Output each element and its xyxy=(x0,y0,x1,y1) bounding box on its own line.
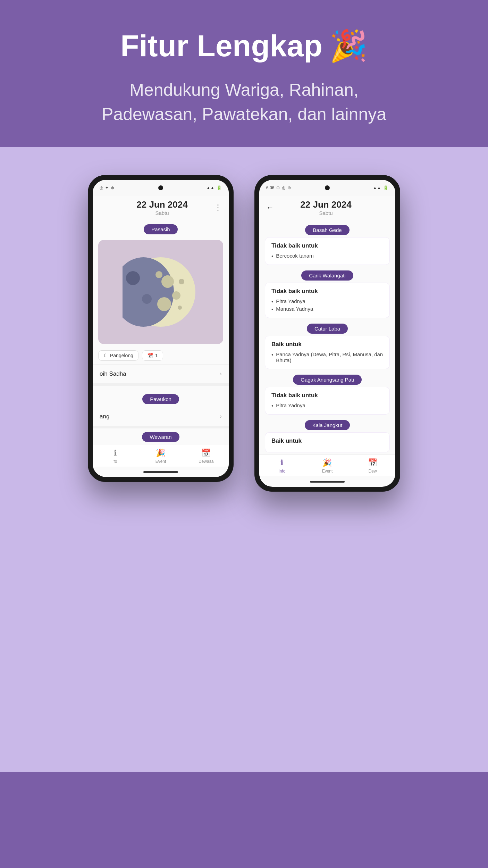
phone2-nav-item-event[interactable]: 🎉 Event xyxy=(317,458,338,474)
kala-jangkut-badge: Kala Jangkut xyxy=(305,420,350,430)
carik-walangati-card: Tidak baik untuk • Pitra Yadnya • Manusa… xyxy=(265,283,390,318)
gagak-anungsang-card-title: Tidak baik untuk xyxy=(271,392,383,399)
phone1-bottom-nav: ℹ fo 🎉 Event 📅 Dewasa xyxy=(93,445,229,467)
phone1-date: 22 Jun 2024 xyxy=(110,199,214,210)
svg-point-5 xyxy=(179,279,184,284)
wewaran-badge: Wewaran xyxy=(142,432,179,442)
phone2-nav-item-dew[interactable]: 📅 Dew xyxy=(362,458,383,474)
nav-event-label: Event xyxy=(155,459,166,464)
phone2-bottom-nav: ℹ Info 🎉 Event 📅 Dew xyxy=(259,454,395,476)
phone2-info-icon: ℹ xyxy=(280,458,283,467)
list-item-ang[interactable]: ang › xyxy=(93,407,229,426)
basah-gede-item-1: • Bercocok tanam xyxy=(271,252,383,260)
hero-title: Fitur Lengkap 🎉 xyxy=(14,28,474,64)
carik-walangati-item-2: • Manusa Yadnya xyxy=(271,305,383,313)
svg-point-8 xyxy=(126,271,140,285)
bullet-icon-5: • xyxy=(271,403,273,409)
section-divider-1 xyxy=(93,383,229,386)
phone2-camera xyxy=(325,185,330,190)
moon-card xyxy=(98,240,223,344)
kala-jangkut-card-title: Baik untuk xyxy=(271,437,383,444)
moon-footer: ☾ Pangelong 📅 1 xyxy=(93,347,229,364)
catur-laba-item-1: • Panca Yadnya (Dewa, Pitra, Rsi, Manusa… xyxy=(271,351,383,364)
catur-laba-card: Baik untuk • Panca Yadnya (Dewa, Pitra, … xyxy=(265,336,390,369)
svg-point-7 xyxy=(178,306,182,310)
gagak-anungsang-badge-container: Gagak Anungsang Pati xyxy=(265,371,390,387)
moon-count-button[interactable]: 📅 1 xyxy=(142,350,163,361)
kala-jangkut-badge-container: Kala Jangkut xyxy=(265,417,390,432)
spacer-1 xyxy=(93,386,229,391)
phone2-date-block: 22 Jun 2024 Sabtu xyxy=(274,199,378,216)
phone2-home-bar xyxy=(310,481,345,483)
hero-subtitle: Mendukung Wariga, Rahinan,Padewasan, Paw… xyxy=(88,78,400,126)
pangelong-label: Pangelong xyxy=(110,353,133,358)
bullet-icon: • xyxy=(271,253,273,259)
nav-info-label: fo xyxy=(113,459,117,464)
phone2-time: 6:06 xyxy=(266,185,274,190)
phone-2-frame: 6:06 ⊙ ◎ ⊕ ▲▲ 🔋 ← 22 Jun 2024 Sabtu xyxy=(254,175,400,492)
pangelong-button[interactable]: ☾ Pangelong xyxy=(98,350,138,361)
phone1-home-indicator xyxy=(93,467,229,477)
phone2-nav-dew-label: Dew xyxy=(369,469,377,474)
hero-title-text: Fitur Lengkap xyxy=(120,28,322,64)
phone2-event-icon: 🎉 xyxy=(322,458,332,467)
svg-point-2 xyxy=(161,275,174,288)
hero-title-emoji: 🎉 xyxy=(329,28,368,64)
phone-1-frame: ◎ ✦ ⊕ ▲▲ 🔋 22 Jun 2024 Sabtu ⋮ xyxy=(88,175,234,482)
bullet-icon-2: • xyxy=(271,299,273,304)
svg-point-9 xyxy=(142,294,152,304)
carik-walangati-item-1: • Pitra Yadnya xyxy=(271,298,383,305)
phones-section: ◎ ✦ ⊕ ▲▲ 🔋 22 Jun 2024 Sabtu ⋮ xyxy=(0,147,488,772)
phone2-home-indicator xyxy=(259,476,395,487)
phone2-header: ← 22 Jun 2024 Sabtu xyxy=(259,196,395,222)
phone2-content: Basah Gede Tidak baik untuk • Bercocok t… xyxy=(259,222,395,454)
phone2-status-left: 6:06 ⊙ ◎ ⊕ xyxy=(266,185,291,190)
back-button[interactable]: ← xyxy=(266,203,274,212)
phone1-day: Sabtu xyxy=(110,210,214,216)
basah-gede-card-title: Tidak baik untuk xyxy=(271,242,383,249)
nav-item-dewasa[interactable]: 📅 Dewasa xyxy=(196,449,217,464)
chevron-right-icon: › xyxy=(220,370,222,377)
phone1-date-block: 22 Jun 2024 Sabtu xyxy=(110,199,214,216)
nav-dewasa-label: Dewasa xyxy=(199,459,213,464)
carik-walangati-badge: Carik Walangati xyxy=(301,270,353,281)
catur-laba-card-title: Baik untuk xyxy=(271,341,383,348)
gagak-anungsang-badge: Gagak Anungsang Pati xyxy=(293,375,361,385)
svg-point-4 xyxy=(157,297,171,311)
more-options-button[interactable]: ⋮ xyxy=(214,203,222,212)
nav-item-info[interactable]: ℹ fo xyxy=(105,449,126,464)
pawukon-badge: Pawukon xyxy=(142,394,179,404)
pasasih-badge-container: Pasasih xyxy=(93,222,229,237)
gagak-anungsang-card: Tidak baik untuk • Pitra Yadnya xyxy=(265,387,390,415)
pawukon-badge-container: Pawukon xyxy=(93,391,229,407)
basah-gede-badge: Basah Gede xyxy=(305,225,349,235)
carik-walangati-card-title: Tidak baik untuk xyxy=(271,288,383,295)
phone2-dew-icon: 📅 xyxy=(368,458,377,467)
phone2-status-bar: 6:06 ⊙ ◎ ⊕ ▲▲ 🔋 xyxy=(259,180,395,196)
moon-illustration xyxy=(123,254,199,330)
calendar-icon: 📅 xyxy=(147,353,153,358)
basah-gede-card: Tidak baik untuk • Bercocok tanam xyxy=(265,237,390,265)
phone1-status-bar: ◎ ✦ ⊕ ▲▲ 🔋 xyxy=(93,180,229,196)
catur-laba-badge: Catur Laba xyxy=(307,324,348,334)
dewasa-icon: 📅 xyxy=(201,449,211,458)
chevron-right-icon-2: › xyxy=(220,413,222,420)
oih-sadha-text: oih Sadha xyxy=(100,370,126,377)
hero-section: Fitur Lengkap 🎉 Mendukung Wariga, Rahina… xyxy=(0,0,488,147)
pasasih-badge: Pasasih xyxy=(144,224,177,234)
phone2-nav-event-label: Event xyxy=(322,469,333,474)
basah-gede-badge-container: Basah Gede xyxy=(265,222,390,237)
section-divider-2 xyxy=(93,426,229,428)
info-icon: ℹ xyxy=(114,449,117,458)
catur-laba-badge-container: Catur Laba xyxy=(265,320,390,336)
phone2-nav-item-info[interactable]: ℹ Info xyxy=(271,458,292,474)
phone1-status-left: ◎ ✦ ⊕ xyxy=(100,185,114,190)
list-item-oih-sadha[interactable]: oih Sadha › xyxy=(93,364,229,383)
event-icon: 🎉 xyxy=(156,449,165,458)
nav-item-event[interactable]: 🎉 Event xyxy=(150,449,171,464)
carik-walangati-badge-container: Carik Walangati xyxy=(265,267,390,283)
moon-icon: ☾ xyxy=(103,353,108,358)
phone1-camera xyxy=(158,185,163,190)
phone2-nav-info-label: Info xyxy=(278,469,285,474)
svg-point-6 xyxy=(155,271,162,278)
